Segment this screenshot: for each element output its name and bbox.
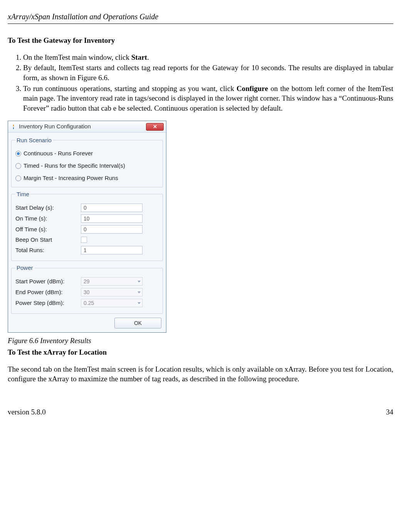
radio-label: Timed - Runs for the Specific Interval(s… (23, 162, 125, 170)
close-icon: ✕ (153, 123, 157, 130)
radio-margin-test[interactable]: Margin Test - Increasing Power Runs (15, 174, 159, 182)
end-power-label: End Power (dBm): (15, 288, 81, 296)
body-paragraph: The second tab on the ItemTest main scre… (8, 364, 393, 384)
power-group: Power Start Power (dBm): 29 End Power (d… (11, 264, 163, 314)
figure-caption: Figure 6.6 Inventory Results (8, 336, 393, 346)
beep-checkbox[interactable] (81, 237, 87, 243)
dialog-titlebar[interactable]: Inventory Run Configuration ✕ (8, 121, 166, 132)
header-rule (8, 24, 393, 24)
radio-label: Margin Test - Increasing Power Runs (23, 174, 118, 182)
step-item: To run continuous operations, starting a… (23, 84, 393, 113)
step-bold: Start (131, 53, 147, 61)
start-power-row: Start Power (dBm): 29 (15, 277, 159, 286)
dialog-title: Inventory Run Configuration (19, 123, 91, 130)
start-delay-label: Start Delay (s): (15, 204, 81, 212)
group-legend: Power (15, 264, 34, 272)
radio-label: Continuous - Runs Forever (23, 150, 93, 157)
on-time-row: On Time (s): (15, 214, 159, 223)
total-runs-input[interactable] (81, 246, 143, 254)
power-step-row: Power Step (dBm): 0.25 (15, 299, 159, 307)
run-scenario-group: Run Scenario Continuous - Runs Forever T… (11, 136, 163, 187)
app-icon (11, 124, 17, 130)
combo-value: 30 (84, 289, 90, 296)
dialog-footer: OK (11, 317, 163, 329)
off-time-label: Off Time (s): (15, 226, 81, 233)
steps-list: On the ItemTest main window, click Start… (8, 52, 393, 113)
inventory-run-config-dialog: Inventory Run Configuration ✕ Run Scenar… (8, 121, 166, 333)
end-power-combo[interactable]: 30 (81, 288, 143, 296)
on-time-input[interactable] (81, 214, 143, 223)
version-text: version 5.8.0 (8, 407, 46, 417)
step-text: On the ItemTest main window, click (23, 53, 131, 61)
total-runs-label: Total Runs: (15, 246, 81, 254)
step-text: . (147, 53, 149, 61)
step-text: To run continuous operations, starting a… (23, 84, 237, 93)
end-power-row: End Power (dBm): 30 (15, 288, 159, 296)
radio-icon (15, 151, 21, 157)
start-power-combo[interactable]: 29 (81, 277, 143, 286)
step-bold: Configure (237, 84, 268, 93)
combo-value: 29 (84, 278, 90, 285)
close-button[interactable]: ✕ (146, 123, 164, 131)
group-legend: Run Scenario (15, 136, 53, 144)
beep-row: Beep On Start (15, 236, 159, 244)
combo-value: 0.25 (84, 300, 94, 307)
beep-label: Beep On Start (15, 236, 81, 244)
section-heading-location: To Test the xArray for Location (8, 347, 393, 357)
start-delay-input[interactable] (81, 204, 143, 212)
time-group: Time Start Delay (s): On Time (s): Off T… (11, 190, 163, 261)
section-heading-inventory: To Test the Gateway for Inventory (8, 35, 393, 45)
titlebar-left: Inventory Run Configuration (11, 123, 91, 130)
power-step-label: Power Step (dBm): (15, 299, 81, 307)
total-runs-row: Total Runs: (15, 246, 159, 254)
on-time-label: On Time (s): (15, 215, 81, 222)
dialog-body: Run Scenario Continuous - Runs Forever T… (8, 133, 166, 333)
off-time-row: Off Time (s): (15, 225, 159, 234)
step-item: On the ItemTest main window, click Start… (23, 52, 393, 62)
off-time-input[interactable] (81, 225, 143, 234)
chevron-down-icon (138, 291, 141, 293)
page-number: 34 (386, 407, 393, 417)
radio-continuous[interactable]: Continuous - Runs Forever (15, 150, 159, 157)
page-footer: version 5.8.0 34 (8, 407, 393, 417)
radio-timed[interactable]: Timed - Runs for the Specific Interval(s… (15, 162, 159, 170)
group-legend: Time (15, 190, 30, 198)
doc-header-title: xArray/xSpan Installation and Operations… (8, 12, 393, 22)
chevron-down-icon (138, 302, 141, 304)
ok-button[interactable]: OK (114, 318, 161, 328)
step-text: By default, ItemTest starts and collects… (23, 64, 393, 82)
radio-icon (15, 163, 21, 169)
radio-icon (15, 175, 21, 181)
start-power-label: Start Power (dBm): (15, 278, 81, 285)
chevron-down-icon (138, 281, 141, 283)
power-step-combo[interactable]: 0.25 (81, 299, 143, 307)
start-delay-row: Start Delay (s): (15, 204, 159, 212)
step-item: By default, ItemTest starts and collects… (23, 63, 393, 82)
